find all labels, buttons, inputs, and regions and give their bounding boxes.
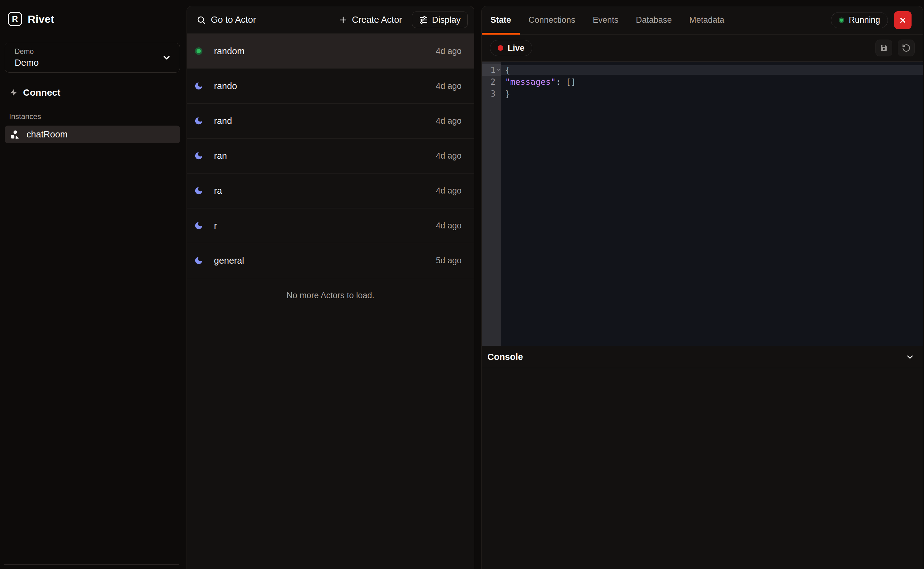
code-line[interactable]: 3 } (482, 88, 923, 99)
actor-name: rando (214, 81, 237, 91)
sliders-icon (419, 15, 428, 24)
project-select-value: Demo (15, 58, 39, 68)
create-actor-label: Create Actor (352, 15, 402, 25)
save-icon (880, 44, 888, 52)
rivet-dashboard: R Rivet Demo Demo Connect Instances (0, 0, 924, 569)
project-select[interactable]: Demo Demo (5, 43, 180, 73)
display-button[interactable]: Display (412, 12, 468, 28)
actor-time: 4d ago (436, 46, 461, 56)
actor-time: 4d ago (436, 116, 461, 126)
editor-gutter (482, 62, 501, 346)
moon-icon (193, 116, 204, 126)
moon-icon (193, 81, 204, 91)
status-badge: Running (831, 12, 888, 28)
moon-icon (193, 221, 204, 230)
live-toggle[interactable]: Live (490, 40, 532, 56)
actor-list: random 4d ago rando 4d ago rand 4d ago (187, 34, 474, 278)
project-select-label: Demo (15, 47, 39, 56)
actor-row-ran[interactable]: ran 4d ago (187, 138, 474, 173)
moon-icon (193, 151, 204, 160)
close-button[interactable] (894, 11, 912, 29)
instances-section-label: Instances (9, 112, 41, 121)
tab-connections[interactable]: Connections (520, 6, 584, 34)
brand: R Rivet (8, 12, 55, 26)
sidebar-divider (4, 564, 179, 565)
line-number: 2 (482, 76, 501, 88)
display-button-label: Display (432, 15, 461, 25)
actor-name: ra (214, 186, 222, 196)
goto-actor-label: Go to Actor (211, 15, 256, 25)
sidebar-item-chatroom[interactable]: chatRoom (5, 126, 180, 143)
line-number: 1 (482, 64, 501, 76)
connect-label: Connect (23, 87, 61, 98)
state-toolbar: Live (482, 35, 923, 61)
brand-name: Rivet (28, 13, 55, 25)
close-icon (899, 16, 907, 24)
actor-name: general (214, 256, 244, 266)
live-label: Live (508, 43, 525, 53)
goto-actor-search[interactable]: Go to Actor (197, 15, 339, 25)
status-running-icon (193, 47, 204, 55)
actor-row-rando[interactable]: rando 4d ago (187, 69, 474, 104)
moon-icon (193, 256, 204, 265)
console-header[interactable]: Console (482, 346, 923, 368)
sidebar-item-connect[interactable]: Connect (0, 85, 186, 100)
code-token: { (505, 65, 510, 75)
tab-state[interactable]: State (482, 6, 520, 34)
detail-tabbar: State Connections Events Database Metada… (482, 6, 923, 35)
running-dot-icon (839, 17, 844, 23)
actor-time: 4d ago (436, 221, 461, 231)
line-number: 3 (482, 88, 501, 99)
code-token: "messages" (505, 77, 556, 87)
code-line[interactable]: 1 { (482, 64, 923, 76)
status-badge-label: Running (849, 15, 880, 25)
actor-time: 4d ago (436, 151, 461, 161)
actor-row-random[interactable]: random 4d ago (187, 34, 474, 69)
rotate-ccw-icon (902, 44, 910, 52)
tab-metadata[interactable]: Metadata (680, 6, 733, 34)
actor-row-general[interactable]: general 5d ago (187, 243, 474, 278)
code-token: : (556, 77, 566, 87)
chevron-down-icon[interactable] (905, 353, 915, 362)
create-actor-button[interactable]: Create Actor (339, 15, 402, 25)
tab-events[interactable]: Events (584, 6, 627, 34)
code-line[interactable]: 2 "messages": [] (482, 76, 923, 88)
lightning-icon (9, 88, 18, 97)
actor-row-ra[interactable]: ra 4d ago (187, 173, 474, 208)
actor-name: ran (214, 151, 227, 161)
console-label: Console (487, 352, 523, 362)
code-token: [] (566, 77, 576, 87)
actor-name: random (214, 46, 244, 56)
actors-panel: Go to Actor Create Actor Display (187, 6, 474, 569)
actors-header: Go to Actor Create Actor Display (187, 6, 474, 34)
actor-detail-panel: State Connections Events Database Metada… (481, 6, 923, 569)
chevron-down-icon (162, 53, 171, 62)
live-dot-icon (498, 45, 503, 51)
actor-name: rand (214, 116, 232, 126)
reset-button[interactable] (898, 40, 915, 56)
actor-time: 4d ago (436, 186, 461, 196)
plus-icon (339, 15, 347, 24)
actor-row-rand[interactable]: rand 4d ago (187, 104, 474, 138)
actor-time: 5d ago (436, 256, 461, 265)
actor-name: r (214, 221, 217, 231)
instance-label: chatRoom (26, 129, 68, 140)
rivet-logo-icon: R (8, 12, 22, 26)
code-token: } (505, 89, 510, 99)
moon-icon (193, 186, 204, 195)
sidebar: R Rivet Demo Demo Connect Instances (0, 0, 186, 569)
actor-time: 4d ago (436, 81, 461, 91)
state-json-editor[interactable]: 1 { 2 "messages": [] 3 (482, 61, 923, 346)
search-icon (197, 15, 206, 24)
shapes-icon (10, 129, 20, 140)
actor-row-r[interactable]: r 4d ago (187, 208, 474, 243)
fold-chevron-icon[interactable] (496, 67, 501, 73)
tab-database[interactable]: Database (627, 6, 681, 34)
save-button[interactable] (875, 40, 892, 56)
list-end-message: No more Actors to load. (187, 278, 474, 300)
